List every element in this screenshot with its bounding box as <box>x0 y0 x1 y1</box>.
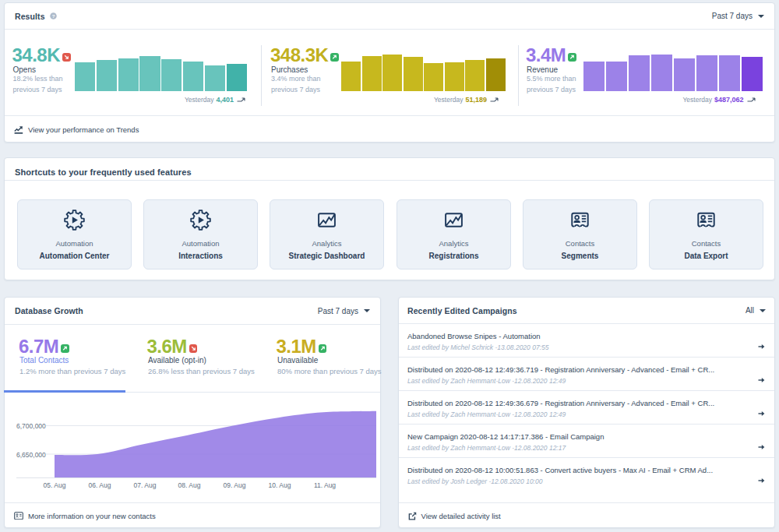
svg-text:?: ? <box>51 13 55 19</box>
